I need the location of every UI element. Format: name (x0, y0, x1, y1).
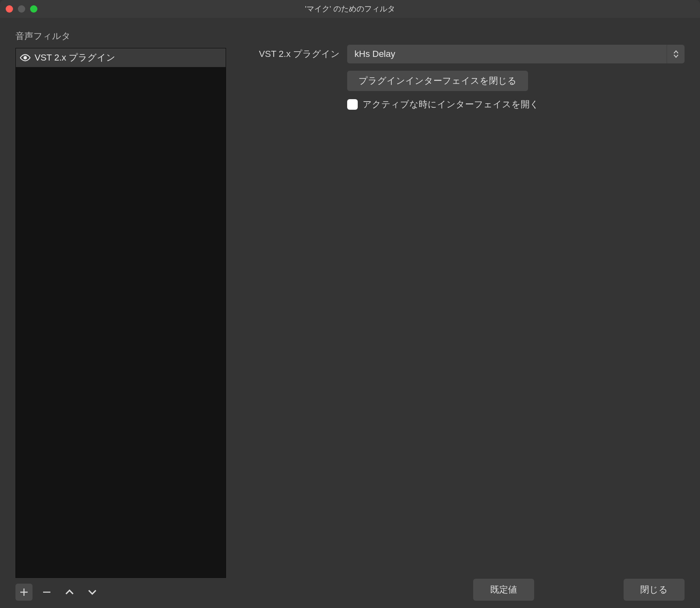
close-button[interactable]: 閉じる (624, 579, 685, 601)
svg-point-0 (24, 56, 27, 59)
open-on-active-label: アクティブな時にインターフェイスを開く (363, 98, 539, 111)
move-filter-down-button[interactable] (84, 584, 101, 601)
minimize-window-icon (18, 5, 25, 13)
move-filter-up-button[interactable] (61, 584, 78, 601)
titlebar: 'マイク' のためのフィルタ (0, 0, 700, 18)
defaults-button[interactable]: 既定値 (473, 579, 534, 601)
plugin-select[interactable]: kHs Delay (347, 45, 685, 63)
stepper-arrows-icon[interactable] (667, 45, 685, 63)
add-filter-button[interactable] (15, 584, 33, 601)
visibility-eye-icon[interactable] (20, 52, 30, 63)
filter-list-controls (15, 584, 101, 601)
close-window-icon[interactable] (6, 5, 13, 13)
plugin-select-value: kHs Delay (347, 45, 667, 63)
filter-list-item[interactable]: VST 2.x プラグイン (16, 48, 226, 67)
zoom-window-icon[interactable] (30, 5, 37, 13)
window-title: 'マイク' のためのフィルタ (0, 4, 700, 14)
filters-heading: 音声フィルタ (15, 30, 226, 42)
open-on-active-checkbox[interactable] (347, 99, 358, 110)
remove-filter-button[interactable] (38, 584, 55, 601)
close-plugin-interface-button[interactable]: プラグインインターフェイスを閉じる (347, 71, 528, 91)
filter-item-label: VST 2.x プラグイン (35, 52, 115, 64)
filter-list: VST 2.x プラグイン (15, 48, 226, 578)
plugin-select-label: VST 2.x プラグイン (250, 48, 340, 60)
window-controls (6, 5, 37, 13)
